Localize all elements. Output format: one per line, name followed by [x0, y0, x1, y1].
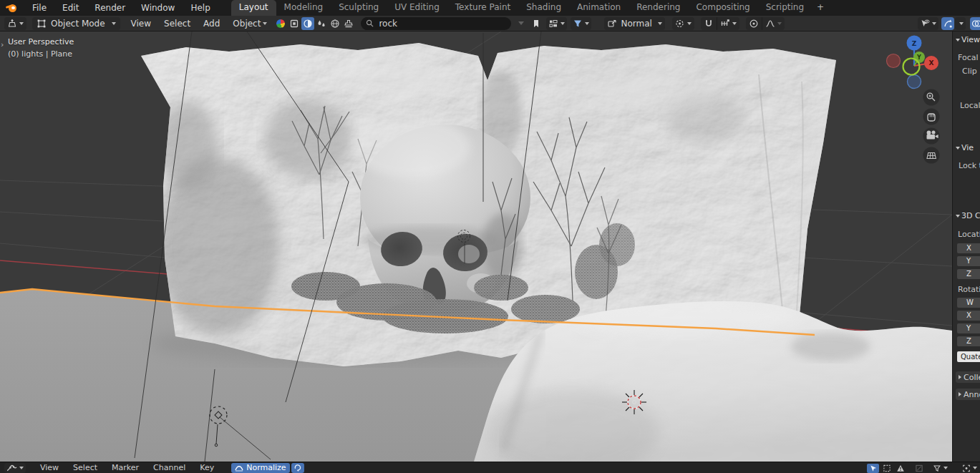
3d-viewport[interactable]: Z Y X: [0, 31, 952, 462]
tab-animation[interactable]: Animation: [569, 0, 629, 16]
fcurve-icon: [6, 464, 17, 472]
snap-target-dropdown[interactable]: [717, 17, 739, 30]
material-ball-icon[interactable]: [274, 17, 287, 30]
transform-orientation-dropdown[interactable]: Normal: [604, 17, 664, 30]
location-x-field[interactable]: X: [957, 243, 980, 253]
section-view-lock[interactable]: Vie: [956, 143, 980, 152]
menu-object[interactable]: Object: [226, 19, 273, 29]
gizmo-x-label: X: [929, 59, 934, 67]
gizmo-neg-z[interactable]: [908, 75, 921, 89]
section-view[interactable]: View: [956, 35, 980, 44]
toolbar-expand-arrow[interactable]: ›: [1, 40, 4, 49]
outliner-filter-dropdown[interactable]: [546, 17, 567, 30]
visibility-dropdown[interactable]: [918, 17, 938, 30]
tab-scripting[interactable]: Scripting: [758, 0, 812, 16]
tab-compositing[interactable]: Compositing: [688, 0, 757, 16]
gizmo-neg-x[interactable]: [887, 54, 901, 68]
snap-toggle[interactable]: [701, 17, 717, 30]
normalize-refresh-button[interactable]: [291, 463, 304, 473]
rotation-y-field[interactable]: Y: [957, 323, 980, 333]
tab-sculpting[interactable]: Sculpting: [331, 0, 387, 16]
rotation-w-field[interactable]: W: [957, 298, 980, 308]
section-collections-label: Colle: [964, 373, 980, 382]
orthographic-grid-button[interactable]: [923, 147, 940, 164]
gizmo-icon: [943, 19, 953, 29]
texture-paint-icon-button[interactable]: [329, 17, 341, 30]
section-3d-cursor[interactable]: 3D C: [956, 211, 980, 220]
gizmos-toggle[interactable]: [941, 17, 966, 30]
pan-hand-button[interactable]: [923, 109, 940, 125]
channel-filter-dropdown[interactable]: [931, 464, 949, 473]
rotation-mode-dropdown[interactable]: Quate: [957, 351, 980, 362]
box-select-button[interactable]: [880, 464, 893, 473]
section-collections[interactable]: Colle: [956, 371, 980, 383]
graph-menu-select[interactable]: Select: [66, 463, 105, 472]
menu-add[interactable]: Add: [197, 19, 226, 29]
tab-modeling[interactable]: Modeling: [276, 0, 331, 16]
graph-menu-key[interactable]: Key: [193, 463, 221, 472]
viewport-header: Object Mode View Select Add Object: [0, 16, 980, 31]
gizmos-dropdown[interactable]: [955, 17, 966, 30]
vertex-paint-icon-button[interactable]: [315, 17, 328, 30]
tab-add-workspace[interactable]: +: [812, 0, 829, 16]
menu-window[interactable]: Window: [133, 0, 183, 16]
search-input[interactable]: [377, 18, 502, 29]
proportional-toggle[interactable]: [746, 17, 762, 30]
sculpt-mode-icon-button[interactable]: [301, 17, 314, 30]
decorate-icon: [915, 464, 923, 472]
location-label: Location: [958, 230, 980, 239]
refresh-icon: [293, 464, 302, 472]
tab-layout[interactable]: Layout: [231, 0, 276, 16]
filter-funnel-icon: [933, 464, 941, 472]
cursor-select-button[interactable]: [867, 464, 879, 473]
orientation-icon: [607, 19, 617, 29]
rotation-z-field[interactable]: Z: [957, 336, 980, 346]
mode-select-dropdown[interactable]: Object Mode: [32, 17, 120, 30]
zoom-button[interactable]: [923, 89, 940, 106]
orientation-segment[interactable]: Normal: [604, 17, 664, 30]
proportional-dropdown[interactable]: [960, 464, 979, 473]
graph-menu-view[interactable]: View: [33, 463, 66, 472]
magnet-icon: [704, 19, 714, 29]
location-z-field[interactable]: Z: [957, 269, 980, 279]
bookmark-icon-button[interactable]: [530, 17, 543, 30]
location-y-field[interactable]: Y: [957, 256, 980, 266]
tab-shading[interactable]: Shading: [518, 0, 569, 16]
decorate-disabled-button[interactable]: [913, 464, 925, 473]
chevron-down-icon: [112, 22, 116, 25]
pivot-segment[interactable]: [672, 17, 694, 30]
section-chevron-icon: [956, 147, 960, 150]
rotation-x-field[interactable]: X: [957, 311, 980, 321]
graph-menu-channel[interactable]: Channel: [146, 463, 193, 472]
section-chevron-icon: [956, 215, 960, 218]
section-annotations[interactable]: Anno: [956, 389, 980, 400]
pivot-point-dropdown[interactable]: [672, 17, 694, 30]
menu-edit[interactable]: Edit: [54, 0, 87, 16]
camera-view-button[interactable]: [923, 128, 940, 145]
tab-texture-paint[interactable]: Texture Paint: [447, 0, 518, 16]
search-field[interactable]: [361, 17, 511, 30]
tab-rendering[interactable]: Rendering: [629, 0, 688, 16]
normalize-toggle[interactable]: Normalize: [231, 463, 289, 473]
filter-dropdown[interactable]: [571, 17, 591, 30]
editor-type-button[interactable]: [4, 17, 26, 30]
menu-view[interactable]: View: [125, 19, 157, 29]
object-mode-icon-button[interactable]: [288, 17, 301, 30]
editor-type-3d-viewport-icon: [7, 19, 17, 29]
menu-file[interactable]: File: [24, 0, 54, 16]
tab-uv-editing[interactable]: UV Editing: [387, 0, 447, 16]
object-mode-icon: [37, 19, 47, 29]
graph-editor-type-button[interactable]: [4, 463, 26, 473]
only-errors-button[interactable]: [894, 464, 906, 473]
blender-logo-dot: [11, 6, 15, 9]
weight-paint-icon-button[interactable]: [342, 17, 355, 30]
blender-logo-icon[interactable]: [6, 4, 18, 13]
graph-menu-marker[interactable]: Marker: [105, 463, 146, 472]
menu-help[interactable]: Help: [183, 0, 218, 16]
chevron-down-icon: [732, 22, 737, 25]
falloff-curve-icon: [765, 19, 775, 29]
menu-render[interactable]: Render: [87, 0, 133, 16]
falloff-dropdown[interactable]: [762, 17, 785, 30]
menu-select[interactable]: Select: [157, 19, 197, 29]
overlays-toggle[interactable]: [970, 17, 980, 30]
